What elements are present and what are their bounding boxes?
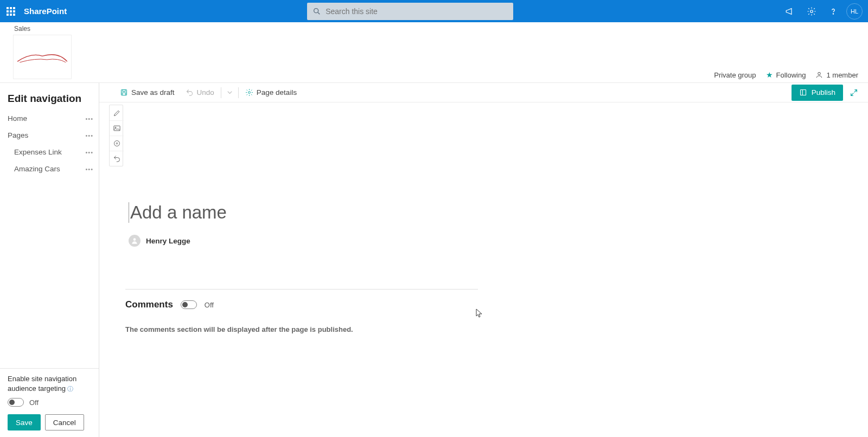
edit-navigation-sidebar: Edit navigation Home ••• Pages ••• Expen…: [0, 83, 99, 437]
image-icon[interactable]: [110, 120, 124, 136]
undo-icon: [186, 88, 194, 97]
star-icon: ★: [766, 70, 773, 79]
person-icon: [815, 71, 823, 79]
nav-item-label: Pages: [8, 131, 28, 139]
more-icon[interactable]: •••: [85, 115, 93, 122]
user-avatar[interactable]: HL: [846, 3, 863, 20]
svg-point-4: [818, 72, 821, 75]
nav-item-label: Home: [8, 114, 27, 123]
following-button[interactable]: ★ Following: [766, 70, 806, 79]
gear-icon: [245, 88, 253, 97]
edit-title-icon[interactable]: [110, 105, 124, 120]
page-editor: Save as draft Undo Page details Publish: [99, 83, 868, 437]
help-icon[interactable]: [822, 0, 844, 22]
svg-rect-7: [122, 93, 125, 95]
comments-heading: Comments: [125, 299, 173, 310]
nav-item-home[interactable]: Home •••: [0, 110, 99, 127]
reset-icon[interactable]: [110, 151, 124, 166]
suite-header: SharePoint HL: [0, 0, 868, 22]
comments-note: The comments section will be displayed a…: [125, 325, 465, 333]
undo-button[interactable]: Undo: [180, 83, 220, 102]
svg-point-8: [248, 92, 250, 94]
search-box[interactable]: [307, 3, 513, 20]
group-privacy: Private group: [714, 71, 756, 79]
more-icon[interactable]: •••: [85, 132, 93, 139]
following-label: Following: [776, 71, 806, 79]
info-icon[interactable]: ⓘ: [67, 385, 73, 392]
publish-icon: [799, 88, 807, 97]
page-details-button[interactable]: Page details: [240, 83, 302, 102]
undo-menu[interactable]: [222, 83, 237, 102]
members-button[interactable]: 1 member: [815, 71, 858, 79]
command-bar: Save as draft Undo Page details Publish: [99, 83, 868, 102]
nav-item-amazing-cars[interactable]: Amazing Cars •••: [0, 160, 99, 177]
app-launcher-icon[interactable]: [0, 0, 22, 22]
search-input[interactable]: [321, 7, 508, 16]
settings-gear-icon[interactable]: [801, 0, 822, 22]
svg-point-13: [114, 141, 119, 146]
page-title-input[interactable]: Add a name: [129, 202, 465, 223]
nav-item-label: Expenses Link: [14, 148, 62, 156]
save-button[interactable]: Save: [8, 414, 41, 430]
comments-toggle-state: Off: [205, 301, 214, 309]
app-name: SharePoint: [22, 7, 67, 16]
nav-item-label: Amazing Cars: [14, 165, 60, 173]
svg-point-14: [116, 143, 118, 144]
svg-point-15: [133, 238, 136, 241]
divider: [238, 87, 239, 98]
more-icon[interactable]: •••: [85, 149, 93, 156]
audience-targeting-state: Off: [29, 399, 39, 407]
nav-item-expenses-link[interactable]: Expenses Link •••: [0, 144, 99, 160]
megaphone-icon[interactable]: [779, 0, 801, 22]
audience-targeting-label: Enable site navigation audience targetin…: [8, 374, 91, 394]
svg-line-1: [318, 12, 320, 14]
title-area-toolbar: [109, 105, 123, 166]
sidebar-title: Edit navigation: [0, 83, 99, 110]
comments-toggle[interactable]: [181, 300, 197, 309]
site-header: Sales Private group ★ Following 1 member: [0, 22, 868, 83]
cursor-icon: [476, 309, 482, 318]
chevron-down-icon: [226, 88, 234, 97]
svg-point-3: [833, 13, 833, 14]
svg-point-2: [810, 10, 813, 12]
svg-rect-9: [800, 90, 806, 95]
expand-editor-icon[interactable]: [848, 87, 859, 98]
site-logo[interactable]: [13, 35, 72, 79]
save-as-draft-button[interactable]: Save as draft: [114, 83, 180, 102]
section-divider: [125, 289, 478, 290]
divider: [221, 87, 221, 98]
member-count: 1 member: [826, 71, 858, 79]
svg-point-0: [314, 8, 318, 12]
more-icon[interactable]: •••: [85, 166, 93, 172]
focal-point-icon[interactable]: [110, 136, 124, 151]
nav-item-pages[interactable]: Pages •••: [0, 127, 99, 144]
site-name[interactable]: Sales: [14, 25, 30, 33]
author-name[interactable]: Henry Legge: [146, 237, 190, 245]
svg-rect-6: [123, 90, 125, 92]
audience-targeting-toggle[interactable]: [8, 398, 24, 407]
author-avatar: [129, 235, 141, 247]
search-icon: [312, 7, 321, 16]
cancel-button[interactable]: Cancel: [45, 414, 84, 430]
publish-button[interactable]: Publish: [792, 85, 843, 101]
save-icon: [120, 88, 128, 97]
